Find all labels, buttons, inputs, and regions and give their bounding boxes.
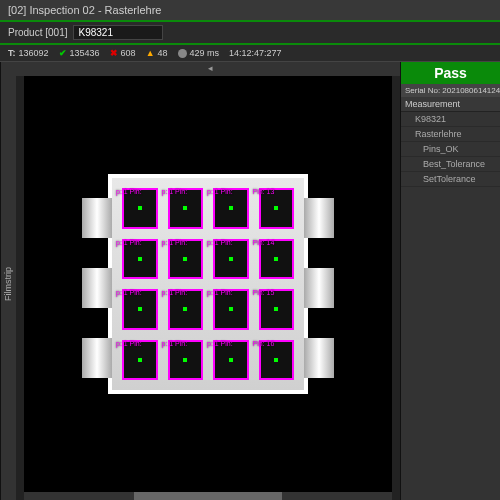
serial-label: Serial No: [405, 86, 440, 95]
t-label: T: [8, 48, 16, 58]
pin-marker[interactable]: p: 1 Pin: [168, 239, 204, 280]
stat-fail: 608 [121, 48, 136, 58]
product-input[interactable] [73, 25, 163, 40]
stat-total: 136092 [19, 48, 49, 58]
product-bar: Product [001] [0, 22, 500, 45]
viewer: ◂ p: 1 Pin:p: 1 Pin:p: 1 Pin:Pin: 13p: 1… [16, 62, 400, 500]
pin-marker[interactable]: p: 1 Pin: [213, 188, 249, 229]
pin-marker[interactable]: Pin: 14 [259, 239, 295, 280]
lead-icon [82, 338, 112, 378]
lead-icon [304, 338, 334, 378]
filmstrip-tab[interactable]: Filmstrip [0, 62, 16, 500]
tree-product[interactable]: K98321 [401, 112, 500, 127]
pin-marker[interactable]: p: 1 Pin: [213, 289, 249, 330]
pin-marker[interactable]: p: 1 Pin: [122, 239, 158, 280]
tree-item[interactable]: Best_Tolerance [401, 157, 500, 172]
chip: p: 1 Pin:p: 1 Pin:p: 1 Pin:Pin: 13p: 1 P… [108, 174, 308, 394]
tree-group[interactable]: Rasterlehre [401, 127, 500, 142]
warn-icon: ▲ [146, 48, 155, 58]
pin-marker[interactable]: p: 1 Pin: [168, 340, 204, 381]
pin-marker[interactable]: p: 1 Pin: [168, 188, 204, 229]
pin-marker[interactable]: p: 1 Pin: [213, 239, 249, 280]
stat-warn: 48 [158, 48, 168, 58]
pin-marker[interactable]: p: 1 Pin: [122, 340, 158, 381]
pin-marker[interactable]: p: 1 Pin: [168, 289, 204, 330]
serial-value: 20210806141247199 [442, 86, 500, 95]
pin-label: p: 1 Pin: [116, 239, 142, 246]
pin-marker[interactable]: p: 1 Pin: [122, 289, 158, 330]
scrollbar-thumb[interactable] [134, 492, 281, 500]
pin-label: p: 1 Pin: [116, 289, 142, 296]
pin-label: Pin: 14 [253, 239, 275, 246]
pin-marker[interactable]: p: 1 Pin: [213, 340, 249, 381]
tree-item[interactable]: SetTolerance [401, 172, 500, 187]
pin-label: p: 1 Pin: [162, 239, 188, 246]
lead-icon [82, 268, 112, 308]
pin-label: p: 1 Pin: [162, 289, 188, 296]
pin-label: p: 1 Pin: [116, 188, 142, 195]
viewer-header: ◂ [16, 62, 400, 76]
cross-icon: ✖ [110, 48, 118, 58]
pin-label: p: 1 Pin: [207, 289, 233, 296]
measurement-header[interactable]: Measurement [401, 97, 500, 112]
pin-label: Pin: 13 [253, 188, 275, 195]
lead-icon [82, 198, 112, 238]
stat-time: 429 ms [190, 48, 220, 58]
circle-icon [178, 49, 187, 58]
pin-label: p: 1 Pin: [162, 340, 188, 347]
pin-marker[interactable]: Pin: 13 [259, 188, 295, 229]
pin-label: p: 1 Pin: [162, 188, 188, 195]
pin-label: p: 1 Pin: [207, 340, 233, 347]
product-label: Product [001] [8, 27, 67, 38]
status-badge: Pass [401, 62, 500, 84]
pin-marker[interactable]: Pin: 16 [259, 340, 295, 381]
pin-label: p: 1 Pin: [207, 239, 233, 246]
stats-bar: T: 136092 ✔ 135436 ✖ 608 ▲ 48 429 ms 14:… [0, 45, 500, 62]
lead-icon [304, 198, 334, 238]
stat-timestamp: 14:12:47:277 [229, 48, 282, 58]
check-icon: ✔ [59, 48, 67, 58]
stat-pass: 135436 [70, 48, 100, 58]
pin-label: Pin: 16 [253, 340, 275, 347]
horizontal-scrollbar[interactable] [24, 492, 392, 500]
window-title: [02] Inspection 02 - Rasterlehre [0, 0, 500, 22]
serial-row: Serial No: 20210806141247199 [401, 84, 500, 97]
pin-marker[interactable]: p: 1 Pin: [122, 188, 158, 229]
inspection-image[interactable]: p: 1 Pin:p: 1 Pin:p: 1 Pin:Pin: 13p: 1 P… [24, 76, 392, 492]
lead-icon [304, 268, 334, 308]
pin-label: p: 1 Pin: [116, 340, 142, 347]
side-panel: Pass Serial No: 20210806141247199 Measur… [400, 62, 500, 500]
pin-marker[interactable]: Pin: 15 [259, 289, 295, 330]
pin-label: Pin: 15 [253, 289, 275, 296]
chevron-left-icon[interactable]: ◂ [208, 63, 213, 73]
pin-label: p: 1 Pin: [207, 188, 233, 195]
tree-item[interactable]: Pins_OK [401, 142, 500, 157]
